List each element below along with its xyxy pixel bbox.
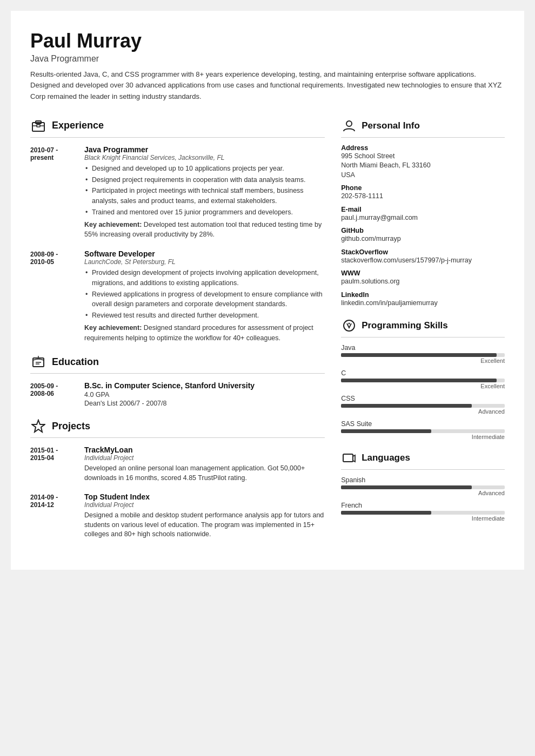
linkedin-label: LinkedIn [341,291,505,299]
github-field: GitHub github.com/murrayp [341,227,505,244]
right-column: Personal Info Address 995 School Street … [341,118,505,550]
skill-name: SAS Suite [341,420,505,428]
language-level: Intermediate [341,515,505,522]
languages-list: Spanish Advanced French Intermediate [341,476,505,522]
education-header: Education [30,354,325,374]
languages-section: Languages Spanish Advanced French Interm… [341,450,505,522]
skill-level: Intermediate [341,434,505,440]
project-content: TrackMyLoan Individual Project Developed… [84,446,325,483]
skill-bar-container [341,353,505,357]
language-name: Spanish [341,476,505,484]
experience-icon [30,118,46,134]
education-title: Education [52,356,99,368]
skill-bar-fill [341,353,497,357]
project-title: TrackMyLoan [84,446,325,454]
email-label: E-mail [341,206,505,213]
bullet-item: Reviewed applications in progress of dev… [84,289,325,310]
phone-value: 202-578-1111 [341,192,505,201]
header-title: Java Programmer [30,54,505,64]
github-value: github.com/murrayp [341,234,505,244]
skill-name: C [341,369,505,377]
left-column: Experience 2010-07 -present Java Program… [30,118,325,550]
experience-company: LaunchCode, St Petersburg, FL [84,258,325,266]
language-bar-container [341,511,505,515]
language-bar-container [341,485,505,489]
languages-icon [341,450,357,466]
language-bar-fill [341,485,472,489]
languages-title: Languages [362,453,410,463]
education-date: 2005-09 -2008-06 [30,381,73,407]
svg-point-7 [344,320,355,331]
two-column-layout: Experience 2010-07 -present Java Program… [30,118,505,550]
project-item: 2015-01 -2015-04 TrackMyLoan Individual … [30,446,325,483]
bullet-item: Designed project requirements in coopera… [84,175,325,185]
project-date: 2015-01 -2015-04 [30,446,73,483]
experience-item: 2008-09 -2010-05 Software Developer Laun… [30,249,325,343]
language-level: Advanced [341,490,505,496]
experience-bullets: Provided design development of projects … [84,268,325,321]
skill-level: Excellent [341,383,505,389]
experience-title: Experience [52,120,104,131]
bullet-item: Participated in project meetings with te… [84,186,325,206]
bullet-item: Designed and developed up to 10 applicat… [84,164,325,174]
experience-job-title: Software Developer [84,249,325,258]
skill-bar-fill [341,379,497,382]
address-label: Address [341,144,505,152]
skill-bar-container [341,404,505,408]
skill-name: CSS [341,395,505,402]
projects-icon [30,418,46,434]
personal-info-title: Personal Info [362,120,420,131]
language-bar-fill [341,511,431,515]
project-title: Top Student Index [84,492,325,501]
experience-bullets: Designed and developed up to 10 applicat… [84,164,325,218]
stackoverflow-field: StackOverflow stackoverflow.com/users/15… [341,248,505,266]
experience-date: 2008-09 -2010-05 [30,249,73,343]
svg-rect-9 [343,454,353,462]
education-section: Education 2005-09 -2008-06 B.Sc. in Comp… [30,354,325,407]
address-field: Address 995 School Street North Miami Be… [341,144,505,180]
svg-rect-3 [37,125,40,127]
email-value: paul.j.murray@gmail.com [341,213,505,223]
education-honors: Dean's List 2006/7 - 2007/8 [84,400,325,407]
phone-label: Phone [341,184,505,192]
header-section: Paul Murray Java Programmer Results-orie… [30,30,505,103]
education-list: 2005-09 -2008-06 B.Sc. in Computer Scien… [30,381,325,407]
skill-name: Java [341,344,505,352]
experience-date: 2010-07 -present [30,145,73,240]
linkedin-value: linkedin.com/in/pauljamiemurray [341,299,505,308]
experience-company: Black Knight Financial Services, Jackson… [84,154,325,161]
education-icon [30,354,46,370]
skill-item: SAS Suite Intermediate [341,420,505,440]
github-label: GitHub [341,227,505,234]
address-country: USA [341,171,505,180]
skill-item: Java Excellent [341,344,505,364]
education-content: B.Sc. in Computer Science, Stanford Univ… [84,381,325,407]
skill-bar-container [341,379,505,382]
phone-field: Phone 202-578-1111 [341,184,505,201]
language-item: Spanish Advanced [341,476,505,496]
language-name: French [341,502,505,509]
personal-info-icon [341,118,357,134]
key-achievement: Key achievement: Developed test automati… [84,220,325,240]
www-value: paulm.solutions.org [341,277,505,287]
education-item: 2005-09 -2008-06 B.Sc. in Computer Scien… [30,381,325,407]
bullet-item: Trained and mentored over 15 junior prog… [84,207,325,218]
linkedin-field: LinkedIn linkedin.com/in/pauljamiemurray [341,291,505,308]
header-summary: Results-oriented Java, C, and CSS progra… [30,69,505,103]
skills-icon [341,318,357,334]
www-field: WWW paulm.solutions.org [341,269,505,287]
project-type: Individual Project [84,501,325,509]
skill-level: Excellent [341,357,505,364]
skill-bar-fill [341,429,431,433]
email-field: E-mail paul.j.murray@gmail.com [341,206,505,223]
language-item: French Intermediate [341,502,505,522]
project-description: Designed a mobile and desktop student pe… [84,511,325,539]
skills-section: Programming Skills Java Excellent C Exce… [341,318,505,440]
skill-bar-container [341,429,505,433]
projects-header: Projects [30,418,325,438]
experience-header: Experience [30,118,325,138]
experience-item: 2010-07 -present Java Programmer Black K… [30,145,325,240]
svg-point-8 [349,323,350,325]
personal-info-header: Personal Info [341,118,505,138]
personal-info-section: Personal Info Address 995 School Street … [341,118,505,308]
